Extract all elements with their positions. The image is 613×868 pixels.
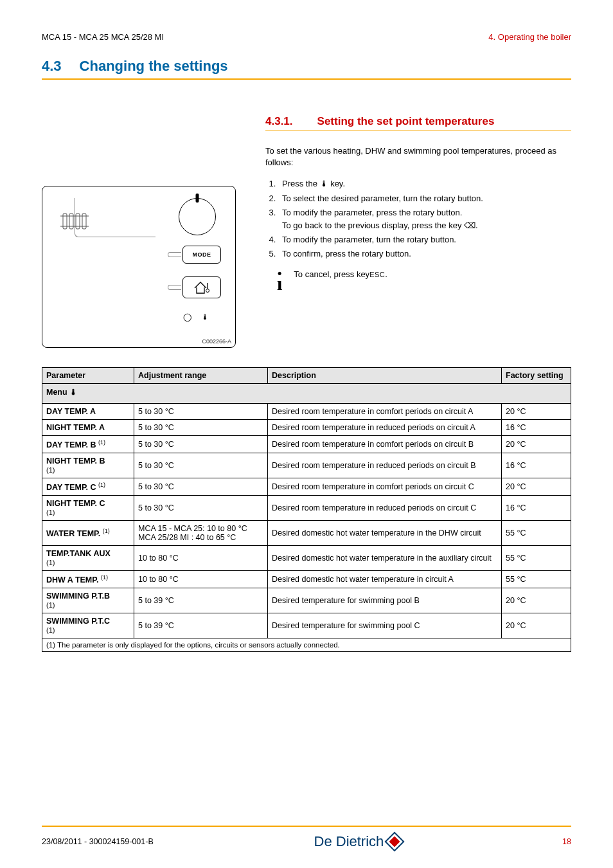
page-footer: 23/08/2011 - 300024159-001-B De Dietrich…: [42, 826, 571, 850]
device-illustration: MODE ◯ 🌡 C002266-A: [42, 186, 236, 348]
cell-range: 5 to 30 °C: [134, 496, 268, 521]
table-row: NIGHT TEMP. C(1)5 to 30 °CDesired room t…: [42, 496, 571, 521]
cell-factory: 16 °C: [502, 496, 571, 521]
table-row: WATER TEMP. (1)MCA 15 - MCA 25: 10 to 80…: [42, 521, 571, 546]
note-text: To cancel, press keyESC.: [294, 269, 387, 279]
table-row: SWIMMING P.T.C(1)5 to 39 °CDesired tempe…: [42, 613, 571, 638]
radiator-icon: [60, 210, 93, 231]
table-row: DAY TEMP. C (1)5 to 30 °CDesired room te…: [42, 478, 571, 496]
step: To modify the parameter, press the rotar…: [278, 206, 571, 232]
th-param: Parameter: [42, 368, 134, 384]
cell-desc: Desired room temperature in comfort peri…: [268, 436, 502, 453]
cell-desc: Desired domestic hot water temperature i…: [268, 546, 502, 571]
cell-param: SWIMMING P.T.C(1): [42, 613, 134, 638]
cell-range: 5 to 30 °C: [134, 404, 268, 420]
cell-param: DAY TEMP. A: [42, 404, 134, 420]
bottom-icons: ◯ 🌡: [183, 312, 213, 321]
page-number: 18: [562, 837, 571, 846]
cell-range: 10 to 80 °C: [134, 571, 268, 588]
steps-list: Press the 🌡 key. To select the desired p…: [265, 177, 571, 260]
cell-range: 5 to 39 °C: [134, 588, 268, 613]
cell-range: 5 to 30 °C: [134, 420, 268, 436]
subsection-number: 4.3.1.: [265, 115, 293, 128]
cell-factory: 16 °C: [502, 453, 571, 478]
cell-param: NIGHT TEMP. B(1): [42, 453, 134, 478]
cell-factory: 16 °C: [502, 420, 571, 436]
cell-range: 5 to 30 °C: [134, 436, 268, 453]
cell-desc: Desired domestic hot water temperature i…: [268, 571, 502, 588]
cell-factory: 55 °C: [502, 521, 571, 546]
cell-param: TEMP.TANK AUX(1): [42, 546, 134, 571]
step: To confirm, press the rotary button.: [278, 248, 571, 260]
cell-factory: 55 °C: [502, 546, 571, 571]
cell-param: DAY TEMP. B (1): [42, 436, 134, 453]
rotary-dial-icon: [179, 198, 216, 235]
cell-factory: 20 °C: [502, 478, 571, 496]
info-note: ı To cancel, press keyESC.: [265, 269, 571, 290]
brand-logo: De Dietrich: [314, 833, 402, 850]
th-factory: Factory setting: [502, 368, 571, 384]
table-footnote: (1) The parameter is only displayed for …: [42, 638, 571, 652]
info-icon: ı: [277, 269, 282, 290]
cell-desc: Desired room temperature in reduced peri…: [268, 420, 502, 436]
parameter-table: Menu 🌡 Parameter Adjustment range Descri…: [42, 367, 571, 652]
figure-column: MODE ◯ 🌡 C002266-A: [42, 115, 247, 348]
cell-desc: Desired room temperature in comfort peri…: [268, 404, 502, 420]
cell-range: 10 to 80 °C: [134, 546, 268, 571]
table-row: DAY TEMP. B (1)5 to 30 °CDesired room te…: [42, 436, 571, 453]
cell-desc: Desired temperature for swimming pool C: [268, 613, 502, 638]
cell-desc: Desired temperature for swimming pool B: [268, 588, 502, 613]
cell-factory: 20 °C: [502, 404, 571, 420]
step: Press the 🌡 key.: [278, 177, 571, 190]
header-right: 4. Operating the boiler: [488, 32, 571, 42]
page-header: MCA 15 - MCA 25 MCA 25/28 MI 4. Operatin…: [42, 32, 571, 42]
table-header-row: Parameter Adjustment range Description F…: [42, 368, 571, 384]
subsection-title: Setting the set point temperatures: [317, 115, 495, 128]
cell-factory: 20 °C: [502, 436, 571, 453]
cell-param: NIGHT TEMP. A: [42, 420, 134, 436]
cell-desc: Desired room temperature in reduced peri…: [268, 453, 502, 478]
section-heading: 4.3 Changing the settings: [42, 58, 571, 80]
cell-param: WATER TEMP. (1): [42, 521, 134, 546]
step: To modify the parameter, turn the rotary…: [278, 233, 571, 246]
footer-left: 23/08/2011 - 300024159-001-B: [42, 837, 154, 846]
table-row: NIGHT TEMP. A5 to 30 °CDesired room temp…: [42, 420, 571, 436]
cell-desc: Desired room temperature in comfort peri…: [268, 478, 502, 496]
brand-diamond-icon: [385, 831, 405, 851]
cell-param: NIGHT TEMP. C(1): [42, 496, 134, 521]
table-row: TEMP.TANK AUX(1)10 to 80 °CDesired domes…: [42, 546, 571, 571]
cell-range: MCA 15 - MCA 25: 10 to 80 °C MCA 25/28 M…: [134, 521, 268, 546]
cell-desc: Desired domestic hot water temperature i…: [268, 521, 502, 546]
header-left: MCA 15 - MCA 25 MCA 25/28 MI: [42, 32, 164, 42]
section-number: 4.3: [42, 58, 62, 75]
cell-factory: 20 °C: [502, 588, 571, 613]
table-title: Menu 🌡: [42, 384, 571, 404]
cell-param: DAY TEMP. C (1): [42, 478, 134, 496]
step: To select the desired parameter, turn th…: [278, 192, 571, 205]
table-row: NIGHT TEMP. B(1)5 to 30 °CDesired room t…: [42, 453, 571, 478]
cell-param: DHW A TEMP. (1): [42, 571, 134, 588]
table-row: SWIMMING P.T.B(1)5 to 39 °CDesired tempe…: [42, 588, 571, 613]
temp-button: [182, 276, 221, 298]
figure-caption: C002266-A: [202, 338, 231, 345]
cell-range: 5 to 39 °C: [134, 613, 268, 638]
svg-point-6: [206, 289, 209, 293]
house-temp-icon: [193, 280, 210, 294]
subsection-heading: 4.3.1. Setting the set point temperature…: [265, 115, 571, 131]
th-desc: Description: [268, 368, 502, 384]
cell-param: SWIMMING P.T.B(1): [42, 588, 134, 613]
section-title: Changing the settings: [80, 58, 228, 75]
cell-range: 5 to 30 °C: [134, 453, 268, 478]
cell-range: 5 to 30 °C: [134, 478, 268, 496]
intro-text: To set the various heating, DHW and swim…: [265, 145, 571, 168]
table-row: DHW A TEMP. (1)10 to 80 °CDesired domest…: [42, 571, 571, 588]
table-row: DAY TEMP. A5 to 30 °CDesired room temper…: [42, 404, 571, 420]
cell-factory: 20 °C: [502, 613, 571, 638]
th-range: Adjustment range: [134, 368, 268, 384]
cell-desc: Desired room temperature in reduced peri…: [268, 496, 502, 521]
cell-factory: 55 °C: [502, 571, 571, 588]
mode-button: MODE: [182, 246, 221, 264]
